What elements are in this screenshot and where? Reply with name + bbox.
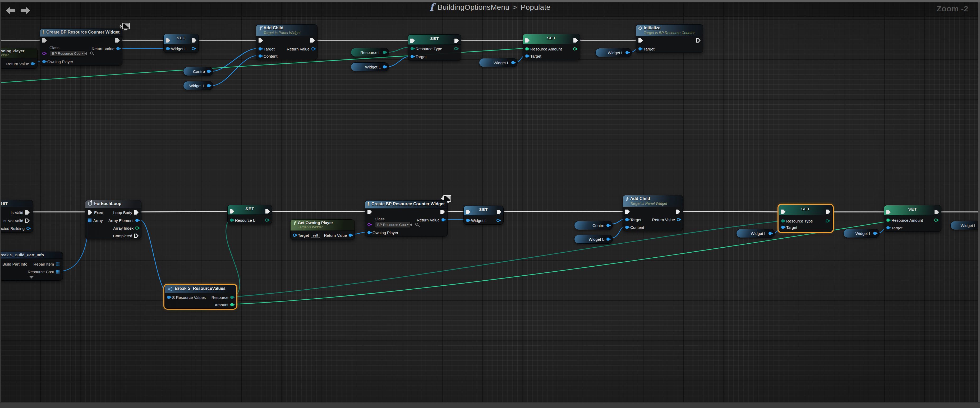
exec-out-pin[interactable] bbox=[441, 210, 445, 214]
enum-out-pin[interactable] bbox=[230, 296, 234, 299]
object-pin[interactable] bbox=[293, 233, 296, 237]
graph-canvas[interactable]: Get Owning Player Target is Widget Retur… bbox=[1, 2, 978, 402]
node-break-build-part-info[interactable]: Break S_Build_Part_Info Build Part Info … bbox=[1, 252, 63, 281]
object-pin[interactable] bbox=[259, 54, 262, 57]
node-validated-get-selected-building[interactable]: GET Is Valid Is Not Valid Selected Build… bbox=[1, 200, 33, 233]
node-set-resource-type-top[interactable]: SET Resource Type Target bbox=[408, 34, 461, 61]
node-break-resource-values-selected[interactable]: Break S_ResourceValues S Resource Values… bbox=[164, 285, 236, 309]
object-pin[interactable] bbox=[525, 54, 528, 57]
object-pin[interactable] bbox=[466, 219, 469, 222]
int-out-pin[interactable] bbox=[135, 227, 138, 230]
search-icon[interactable] bbox=[90, 52, 93, 54]
var-get-widget-l[interactable]: Widget L bbox=[183, 81, 213, 90]
exec-in-pin[interactable] bbox=[42, 38, 47, 43]
object-out-pin[interactable] bbox=[606, 238, 609, 241]
object-out-pin[interactable] bbox=[768, 232, 772, 235]
collapse-chevron-icon[interactable] bbox=[29, 276, 33, 278]
node-add-child-top[interactable]: f Add Child Target is Panel Widget Targe… bbox=[256, 24, 318, 60]
var-get-centre[interactable]: Centre bbox=[183, 67, 213, 76]
var-get-widget-l[interactable]: Widget L bbox=[351, 62, 389, 71]
exec-out-pin[interactable] bbox=[25, 210, 30, 214]
self-reference-box[interactable]: self bbox=[311, 233, 320, 238]
object-out-pin[interactable] bbox=[26, 227, 30, 230]
exec-out-pin[interactable] bbox=[310, 38, 315, 43]
class-dropdown[interactable]: BP Resource Cou ▾ bbox=[375, 222, 410, 228]
object-pin[interactable] bbox=[259, 47, 262, 51]
node-add-child-mid[interactable]: f Add Child Target is Panel Widget Targe… bbox=[622, 195, 683, 231]
enum-pin[interactable] bbox=[410, 47, 414, 50]
node-set-resource-amount-top[interactable]: SET Resource Amount Target bbox=[523, 34, 580, 60]
int-out-pin[interactable] bbox=[230, 303, 234, 306]
node-foreachloop[interactable]: ForEachLoop Exec Array Loop Body Array E… bbox=[85, 200, 142, 239]
object-out-pin[interactable] bbox=[496, 219, 500, 222]
object-pin[interactable] bbox=[625, 225, 628, 229]
back-arrow-icon[interactable] bbox=[84, 52, 87, 55]
exec-in-pin[interactable] bbox=[625, 210, 630, 214]
node-get-owning-player-partial[interactable]: Get Owning Player Target is Widget Retur… bbox=[1, 48, 38, 69]
exec-in-pin[interactable] bbox=[368, 210, 372, 214]
search-icon[interactable] bbox=[415, 223, 418, 225]
enum-out-pin[interactable] bbox=[383, 51, 386, 54]
enum-out-pin[interactable] bbox=[826, 219, 829, 222]
exec-out-pin[interactable] bbox=[134, 210, 138, 214]
node-set-resource-amount-right[interactable]: SET Resource Amount Target bbox=[884, 205, 942, 232]
object-pin[interactable] bbox=[116, 47, 119, 50]
exec-in-pin[interactable] bbox=[638, 38, 643, 43]
object-out-pin[interactable] bbox=[207, 84, 210, 87]
array-out-pin[interactable] bbox=[56, 262, 59, 266]
node-set-resource-l[interactable]: SET Resource L bbox=[228, 205, 272, 224]
object-pin[interactable] bbox=[638, 47, 642, 51]
object-out-pin[interactable] bbox=[625, 51, 628, 54]
int-pin[interactable] bbox=[886, 219, 889, 222]
enum-pin[interactable] bbox=[781, 219, 784, 222]
exec-out-pin[interactable] bbox=[676, 210, 680, 214]
array-pin[interactable] bbox=[88, 219, 91, 222]
object-pin[interactable] bbox=[781, 225, 784, 229]
var-get-widget-l[interactable]: Widget L bbox=[574, 235, 613, 244]
var-get-resource-l[interactable]: Resource L bbox=[351, 48, 389, 57]
class-dropdown[interactable]: BP Resource Cou ▾ bbox=[50, 51, 85, 57]
object-out-pin[interactable] bbox=[873, 232, 877, 235]
exec-in-pin[interactable] bbox=[259, 38, 263, 43]
var-get-widget-l[interactable]: Widget L bbox=[595, 48, 632, 57]
node-create-widget-mid[interactable]: Create BP Resource Counter Widget Class … bbox=[365, 200, 447, 237]
array-out-pin[interactable] bbox=[56, 270, 59, 273]
object-out-pin[interactable] bbox=[511, 61, 514, 64]
back-arrow-icon[interactable] bbox=[409, 223, 412, 227]
var-get-widget-l[interactable]: Widget L bbox=[479, 58, 518, 67]
var-get-centre[interactable]: Centre bbox=[574, 221, 613, 230]
class-pin[interactable] bbox=[368, 223, 371, 226]
exec-out-pin[interactable] bbox=[696, 38, 700, 43]
exec-out-pin[interactable] bbox=[115, 38, 120, 43]
object-pin[interactable] bbox=[31, 62, 34, 65]
enum-pin[interactable] bbox=[230, 219, 233, 222]
node-set-widget-l-top[interactable]: SET Widget L bbox=[163, 34, 199, 53]
exec-in-pin[interactable] bbox=[88, 210, 92, 214]
object-pin[interactable] bbox=[166, 47, 169, 50]
object-out-pin[interactable] bbox=[192, 47, 195, 50]
int-out-pin[interactable] bbox=[934, 219, 937, 222]
node-initialize[interactable]: Initialize Target is BP Resource Counter… bbox=[636, 24, 703, 53]
var-get-widget-l[interactable]: Widget L bbox=[736, 229, 775, 238]
object-out-pin[interactable] bbox=[383, 65, 386, 68]
node-set-widget-l-mid[interactable]: SET Widget L bbox=[463, 206, 504, 225]
object-out-pin[interactable] bbox=[207, 70, 210, 73]
object-pin[interactable] bbox=[625, 218, 628, 221]
object-pin[interactable] bbox=[410, 55, 414, 58]
node-create-widget-top[interactable]: Create BP Resource Counter Widget Class … bbox=[40, 29, 123, 65]
int-pin[interactable] bbox=[525, 47, 528, 51]
class-pin[interactable] bbox=[42, 52, 46, 55]
object-out-pin[interactable] bbox=[606, 224, 609, 227]
object-out-pin[interactable] bbox=[349, 233, 352, 237]
node-get-owning-player[interactable]: f Get Owning Player Target is Widget Tar… bbox=[290, 219, 355, 240]
graph-world[interactable]: Get Owning Player Target is Widget Retur… bbox=[1, 2, 978, 402]
exec-out-pin[interactable] bbox=[134, 233, 138, 238]
object-pin[interactable] bbox=[886, 226, 889, 229]
object-pin[interactable] bbox=[368, 231, 371, 234]
object-pin[interactable] bbox=[312, 47, 315, 51]
struct-pin[interactable] bbox=[167, 296, 170, 299]
node-set-resource-type-selected[interactable]: SET Resource Type Target bbox=[778, 205, 833, 232]
breadcrumb-parent[interactable]: BuildingOptionsMenu bbox=[438, 3, 509, 12]
exec-out-pin[interactable] bbox=[25, 219, 30, 223]
object-pin[interactable] bbox=[441, 218, 445, 221]
